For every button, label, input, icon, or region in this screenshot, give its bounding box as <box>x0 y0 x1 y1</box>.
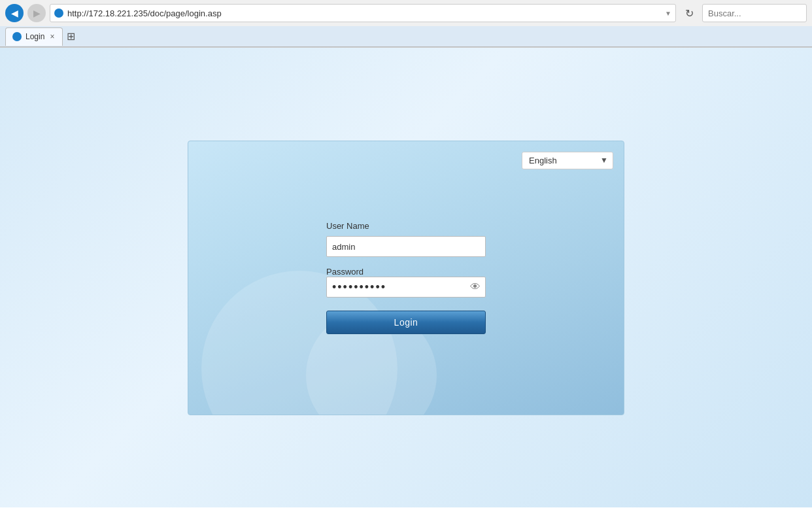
browser-chrome: ◀ ▶ ▼ ↻ Login × ⊞ <box>0 0 812 48</box>
search-input[interactable] <box>702 4 807 22</box>
forward-button[interactable]: ▶ <box>27 4 46 22</box>
address-bar[interactable]: ▼ <box>50 4 676 22</box>
login-button[interactable]: Login <box>326 311 486 334</box>
login-tab[interactable]: Login × <box>5 27 63 46</box>
toggle-password-button[interactable]: 👁 <box>470 282 481 292</box>
password-label: Password <box>326 267 364 277</box>
tab-label: Login <box>25 32 44 41</box>
tab-bar: Login × ⊞ <box>0 26 812 47</box>
tab-close-button[interactable]: × <box>48 33 56 41</box>
login-form: User Name Password 👁 Login <box>326 221 486 334</box>
password-input[interactable] <box>326 277 486 298</box>
forward-icon: ▶ <box>33 8 41 18</box>
back-button[interactable]: ◀ <box>5 4 24 22</box>
security-icon <box>54 9 63 18</box>
username-input[interactable] <box>326 236 486 257</box>
address-dropdown-button[interactable]: ▼ <box>665 10 671 17</box>
password-field-group: Password 👁 <box>326 266 486 298</box>
address-input[interactable] <box>67 9 665 18</box>
browser-toolbar: ◀ ▶ ▼ ↻ <box>0 0 812 26</box>
back-icon: ◀ <box>11 8 18 18</box>
page-content: English Español 中文 Français ▼ User Name … <box>0 48 812 507</box>
password-wrapper: 👁 <box>326 277 486 298</box>
language-select-wrapper[interactable]: English Español 中文 Français ▼ <box>522 152 613 169</box>
language-select[interactable]: English Español 中文 Français <box>522 152 613 169</box>
username-label: User Name <box>326 221 486 231</box>
reload-button[interactable]: ↻ <box>680 4 698 22</box>
new-tab-button[interactable]: ⊞ <box>63 30 79 43</box>
eye-icon: 👁 <box>470 281 481 292</box>
language-selector[interactable]: English Español 中文 Français ▼ <box>522 152 613 169</box>
reload-icon: ↻ <box>685 7 694 20</box>
tab-favicon <box>12 32 22 41</box>
login-card: English Español 中文 Français ▼ User Name … <box>188 141 624 415</box>
